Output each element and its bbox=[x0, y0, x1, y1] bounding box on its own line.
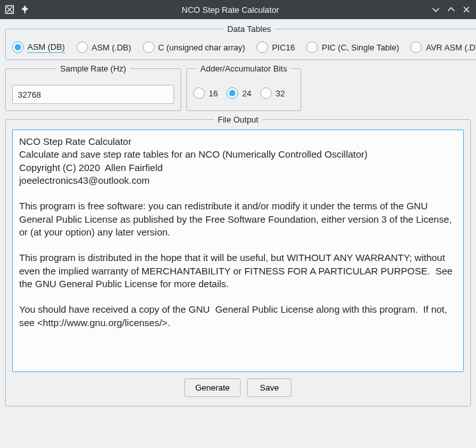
sample-rate-legend: Sample Rate (Hz) bbox=[56, 64, 130, 73]
radio-circle-icon bbox=[257, 41, 268, 53]
data-tables-group: Data Tables ASM (DB)ASM (.DB)C (unsigned… bbox=[5, 24, 476, 60]
pin-icon[interactable] bbox=[20, 5, 29, 14]
file-output-legend: File Output bbox=[214, 115, 262, 124]
close-icon[interactable] bbox=[462, 5, 471, 14]
bits-radio-24[interactable]: 24 bbox=[227, 87, 251, 99]
data-tables-radio-3[interactable]: PIC16 bbox=[257, 41, 295, 53]
maximize-icon[interactable] bbox=[447, 5, 456, 14]
radio-label: C (unsigned char array) bbox=[158, 43, 246, 52]
radio-circle-icon bbox=[143, 41, 154, 53]
accumulator-bits-legend: Adder/Accumulator Bits bbox=[197, 64, 291, 73]
radio-circle-icon bbox=[77, 41, 88, 53]
app-icon bbox=[5, 5, 14, 14]
radio-circle-icon bbox=[12, 41, 24, 53]
radio-label: 16 bbox=[209, 89, 218, 98]
file-output-text[interactable]: NCO Step Rate Calculator Calculate and s… bbox=[12, 130, 464, 372]
file-output-group: File Output NCO Step Rate Calculator Cal… bbox=[5, 115, 471, 407]
generate-button[interactable]: Generate bbox=[184, 378, 241, 397]
radio-label: PIC (C, Single Table) bbox=[322, 43, 399, 52]
data-tables-radio-0[interactable]: ASM (DB) bbox=[12, 41, 65, 53]
radio-label: 32 bbox=[276, 89, 285, 98]
sample-rate-input[interactable] bbox=[12, 85, 174, 104]
radio-circle-icon bbox=[193, 87, 205, 99]
radio-label: PIC16 bbox=[272, 43, 295, 52]
radio-circle-icon bbox=[306, 41, 318, 53]
data-tables-radio-1[interactable]: ASM (.DB) bbox=[77, 41, 131, 53]
radio-circle-icon bbox=[227, 87, 238, 99]
window-title: NCO Step Rate Calculator bbox=[29, 5, 431, 15]
radio-label: ASM (.DB) bbox=[92, 43, 131, 52]
data-tables-legend: Data Tables bbox=[223, 24, 274, 34]
radio-circle-icon bbox=[260, 87, 272, 99]
radio-label: 24 bbox=[242, 89, 251, 98]
accumulator-bits-group: Adder/Accumulator Bits 162432 bbox=[186, 64, 301, 111]
sample-rate-group: Sample Rate (Hz) bbox=[5, 64, 181, 111]
radio-label: AVR ASM (.DW) bbox=[426, 43, 476, 52]
radio-label: ASM (DB) bbox=[27, 42, 65, 53]
window-titlebar: NCO Step Rate Calculator bbox=[0, 0, 476, 19]
data-tables-radio-5[interactable]: AVR ASM (.DW) bbox=[410, 41, 476, 53]
data-tables-radio-4[interactable]: PIC (C, Single Table) bbox=[306, 41, 399, 53]
radio-circle-icon bbox=[410, 41, 422, 53]
save-button[interactable]: Save bbox=[247, 378, 292, 397]
bits-radio-16[interactable]: 16 bbox=[193, 87, 218, 99]
data-tables-radio-2[interactable]: C (unsigned char array) bbox=[143, 41, 246, 53]
bits-radio-32[interactable]: 32 bbox=[260, 87, 285, 99]
minimize-icon[interactable] bbox=[431, 5, 440, 14]
